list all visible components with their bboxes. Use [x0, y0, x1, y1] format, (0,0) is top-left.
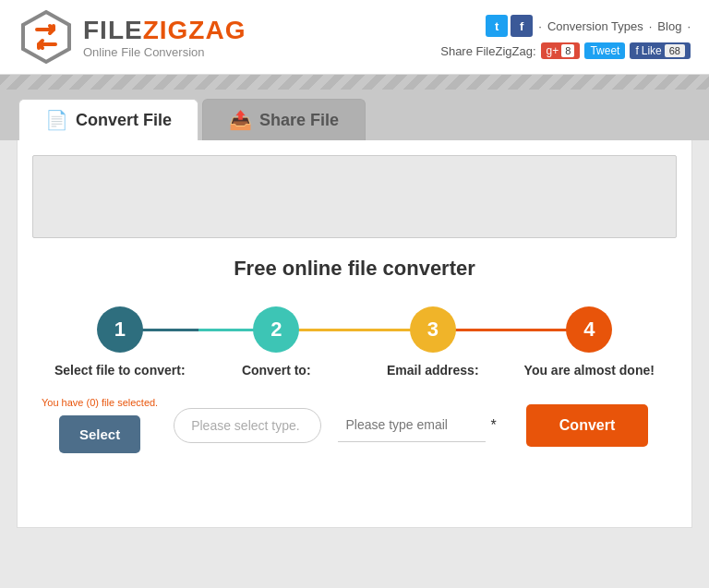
nav-blog[interactable]: Blog: [657, 19, 681, 33]
converter-title: Free online file converter: [32, 257, 677, 281]
header: FILEZIGZAG Online File Conversion t f · …: [0, 0, 709, 75]
step-3-label: Email address:: [387, 362, 479, 378]
tab-convert-file[interactable]: 📄 Convert File: [18, 99, 198, 140]
step-4-number: 4: [583, 318, 595, 342]
convert-file-icon: 📄: [45, 109, 68, 131]
social-icons: t f: [486, 15, 533, 37]
logo-file: FILE: [83, 16, 143, 44]
top-nav: t f · Conversion Types · Blog ·: [486, 15, 691, 37]
tweet-button[interactable]: Tweet: [584, 42, 625, 59]
step-2-circle: 2: [253, 306, 299, 353]
step-2-label: Convert to:: [242, 362, 311, 378]
like-button[interactable]: f Like 68: [630, 42, 691, 59]
nav-dot2: ·: [649, 19, 653, 33]
gplus-button[interactable]: g+ 8: [541, 42, 581, 59]
required-star: *: [490, 417, 496, 434]
ad-banner: [32, 155, 677, 238]
step-4: 4 You are almost done!: [511, 306, 668, 378]
step-2-number: 2: [270, 318, 282, 342]
main-content: Free online file converter 1 Select file…: [17, 140, 692, 528]
gplus-label: g+: [547, 44, 559, 57]
tweet-label: Tweet: [590, 44, 619, 57]
share-file-icon: 📤: [229, 109, 252, 131]
step-4-label: You are almost done!: [524, 362, 655, 378]
tab-share-file[interactable]: 📤 Share File: [202, 99, 366, 140]
step-1-circle: 1: [97, 306, 143, 353]
zigzag-divider: [0, 75, 709, 90]
logo-icon: [18, 9, 74, 65]
step-3-circle: 3: [410, 306, 456, 353]
step-3: 3 Email address:: [354, 306, 511, 378]
nav-dot1: ·: [538, 19, 542, 33]
type-select[interactable]: Please select type.: [174, 408, 321, 443]
step-1-number: 1: [114, 318, 126, 342]
nav-dot3: ·: [687, 19, 691, 33]
convert-button[interactable]: Convert: [526, 404, 648, 447]
file-status: You have (0) file selected.: [42, 397, 158, 408]
fb-icon-small: f: [635, 44, 638, 57]
twitter-icon[interactable]: t: [486, 15, 508, 37]
step-1: 1 Select file to convert:: [42, 306, 198, 378]
step-4-circle: 4: [566, 306, 612, 353]
share-label: Share FileZigZag:: [440, 44, 535, 58]
logo-name: FILEZIGZAG: [83, 16, 246, 45]
step4-input-area: Convert: [507, 404, 667, 447]
logo-subtitle: Online File Conversion: [83, 45, 246, 59]
select-button[interactable]: Select: [59, 415, 140, 453]
share-bar: Share FileZigZag: g+ 8 Tweet f Like 68: [440, 42, 691, 59]
svg-marker-0: [23, 12, 69, 62]
logo-zigzag: ZIGZAG: [143, 16, 246, 44]
logo-area: FILEZIGZAG Online File Conversion: [18, 9, 246, 65]
tabs-container: 📄 Convert File 📤 Share File: [0, 90, 709, 140]
logo-text: FILEZIGZAG Online File Conversion: [83, 16, 246, 59]
step-3-number: 3: [427, 318, 439, 342]
steps-row: 1 Select file to convert: 2 Convert to:: [32, 306, 677, 378]
like-count: 68: [665, 44, 685, 57]
like-label: Like: [642, 44, 662, 57]
nav-conversion-types[interactable]: Conversion Types: [547, 19, 643, 33]
step-2: 2 Convert to:: [198, 306, 355, 378]
email-input[interactable]: [338, 408, 486, 442]
facebook-icon[interactable]: f: [511, 15, 533, 37]
tab-convert-file-label: Convert File: [76, 111, 172, 130]
step-1-label: Select file to convert:: [54, 362, 186, 378]
email-area: *: [338, 408, 496, 442]
header-right: t f · Conversion Types · Blog · Share Fi…: [440, 15, 691, 59]
step2-input-area: Please select type.: [167, 408, 328, 443]
tab-share-file-label: Share File: [259, 111, 339, 130]
gplus-count: 8: [561, 44, 574, 57]
step1-input-area: You have (0) file selected. Select: [42, 397, 158, 453]
input-row: You have (0) file selected. Select Pleas…: [32, 397, 677, 453]
step3-input-area: *: [337, 408, 498, 442]
